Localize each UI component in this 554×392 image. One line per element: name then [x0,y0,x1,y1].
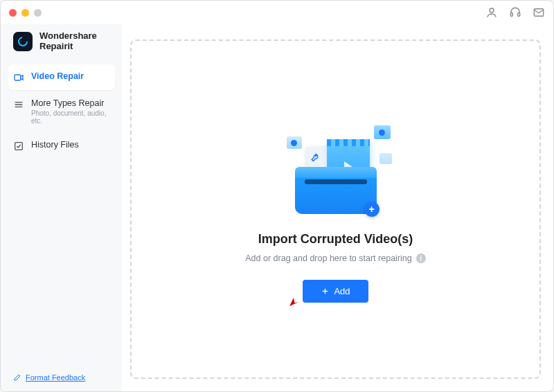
plus-icon [321,287,330,296]
sidebar-item-label: More Types Repair [31,98,109,108]
check-icon [13,141,24,152]
svg-rect-9 [15,143,23,150]
svg-point-0 [490,8,494,12]
info-icon[interactable]: i [416,253,426,263]
close-window-button[interactable] [9,9,17,17]
feedback-label: Format Feedback [26,373,85,382]
add-button[interactable]: Add [303,280,368,303]
sidebar-item-more-types[interactable]: More Types Repair Photo, document, audio… [8,91,115,132]
sidebar-item-video-repair[interactable]: Video Repair [8,64,115,90]
brand-logo [13,32,33,51]
brand-line2: Repairit [39,42,97,52]
account-icon[interactable] [485,6,498,19]
illust-chip-icon [379,153,392,164]
format-feedback-link[interactable]: Format Feedback [13,373,109,382]
mail-icon[interactable] [533,6,545,19]
sidebar-item-history[interactable]: History Files [8,133,115,159]
edit-icon [13,373,21,382]
import-subtitle-row: Add or drag and drop here to start repai… [245,253,425,263]
svg-rect-5 [15,75,21,80]
svg-point-4 [19,37,27,46]
import-illustration: + [277,116,395,220]
app-window: Wondershare Repairit Video Repair More T… [0,0,554,392]
titlebar [1,1,553,24]
illust-box: + [295,174,377,214]
maximize-window-button[interactable] [34,9,42,17]
import-subtitle: Add or drag and drop here to start repai… [245,253,411,263]
sidebar-nav: Video Repair More Types Repair Photo, do… [1,64,122,159]
illust-chip-icon [287,136,302,149]
sidebar-footer: Format Feedback [1,365,122,391]
list-icon [13,99,24,110]
svg-rect-2 [518,13,520,17]
plus-badge-icon: + [364,202,379,217]
titlebar-actions [485,6,545,19]
sidebar-item-label: Video Repair [31,71,84,81]
cursor-arrow-icon [287,296,300,308]
sidebar-item-subtitle: Photo, document, audio, etc. [31,109,109,125]
main-panel: + Import Corrupted Video(s) Add or drag … [122,24,553,391]
brand: Wondershare Repairit [1,28,122,64]
window-controls [9,9,42,17]
import-dropzone[interactable]: + Import Corrupted Video(s) Add or drag … [130,39,541,379]
svg-rect-1 [510,13,512,17]
add-button-wrap: Add [303,280,368,303]
support-icon[interactable] [509,6,521,19]
import-title: Import Corrupted Video(s) [258,232,413,247]
minimize-window-button[interactable] [21,9,29,17]
add-button-label: Add [334,286,350,296]
wrench-icon [310,152,323,165]
sidebar-item-label: History Files [31,140,79,150]
brand-name: Wondershare Repairit [39,31,97,52]
video-icon [13,72,24,83]
brand-line1: Wondershare [39,31,97,42]
sidebar: Wondershare Repairit Video Repair More T… [1,24,122,391]
window-body: Wondershare Repairit Video Repair More T… [1,24,553,391]
illust-chip-icon [374,125,391,139]
